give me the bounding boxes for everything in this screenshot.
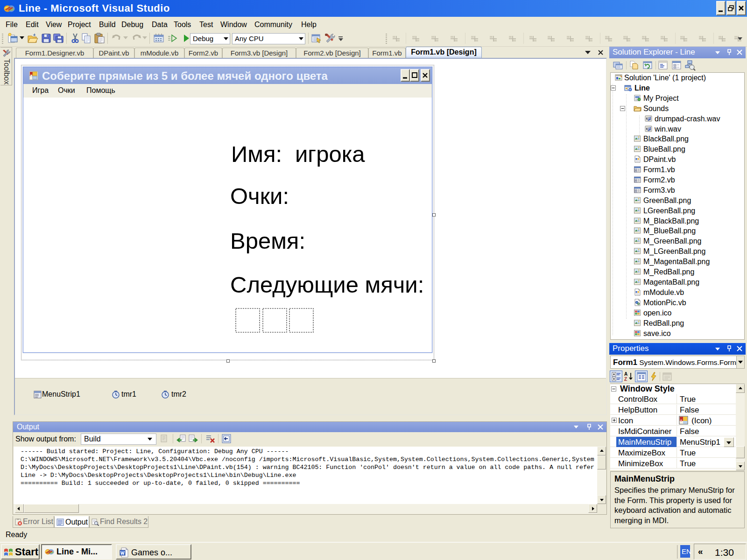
svg-text:A: A — [624, 371, 627, 377]
svg-text:Z: Z — [624, 377, 627, 382]
